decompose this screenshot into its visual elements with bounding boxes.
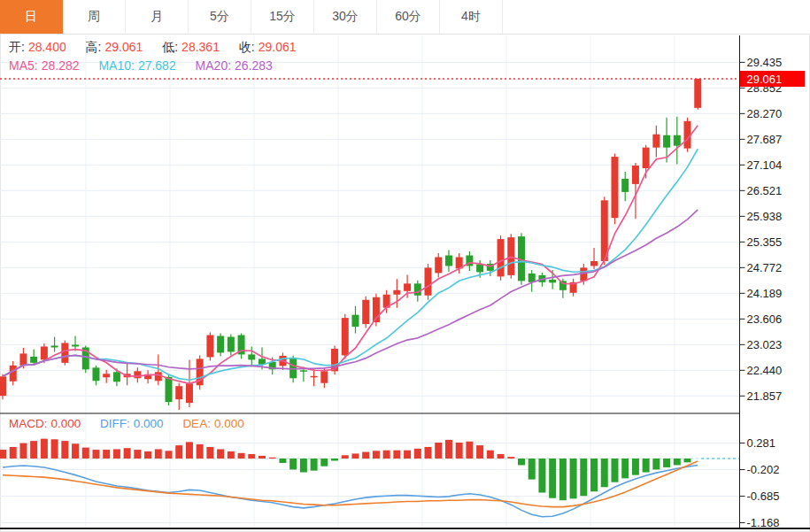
- candle-body: [175, 386, 182, 399]
- candlestick-macd-canvas: 29.43528.85228.27027.68727.10426.52125.9…: [0, 0, 810, 532]
- high-label: 高:: [86, 40, 102, 54]
- macd-bar: [570, 459, 577, 498]
- macd-bar: [684, 459, 691, 462]
- macd-bar: [279, 459, 286, 463]
- diff-value: 0.000: [134, 417, 164, 430]
- candle-body: [300, 370, 307, 371]
- macd-bar: [507, 457, 514, 459]
- candle-body: [674, 135, 681, 146]
- macd-bar: [601, 459, 608, 487]
- macd-bar: [445, 440, 452, 459]
- tab-15分[interactable]: 15分: [251, 0, 314, 34]
- candle-body: [414, 283, 421, 295]
- close-value: 29.061: [258, 40, 297, 54]
- macd-bar: [248, 454, 255, 459]
- tab-30分[interactable]: 30分: [314, 0, 377, 34]
- macd-bar: [300, 459, 307, 473]
- macd-bar: [393, 451, 400, 459]
- candle-body: [19, 353, 27, 365]
- macd-bar: [19, 443, 27, 459]
- y-axis-label: 21.857: [747, 389, 783, 403]
- macd-bar: [518, 459, 525, 465]
- macd-bar: [549, 459, 556, 498]
- macd-bar: [228, 451, 235, 459]
- candle-body: [590, 261, 598, 266]
- macd-bar: [643, 459, 650, 473]
- candle-body: [621, 179, 629, 192]
- candle-body: [155, 372, 162, 381]
- macd-bar: [238, 453, 245, 459]
- y-axis-label: 24.189: [747, 287, 783, 300]
- macd-bar: [82, 448, 89, 459]
- macd-bar: [580, 459, 587, 496]
- tab-月[interactable]: 月: [126, 0, 189, 34]
- macd-bar: [0, 450, 6, 459]
- ma20-label: MA20:: [196, 58, 231, 73]
- macd-bar: [611, 459, 618, 482]
- ma10-label: MA10:: [98, 58, 134, 73]
- macd-bar: [269, 458, 276, 459]
- candle-body: [228, 337, 235, 352]
- ma-readout: MA5:28.282 MA10:27.682 MA20:26.283: [9, 58, 276, 73]
- macd-bar: [383, 451, 390, 459]
- candle-body: [166, 377, 173, 402]
- candle-body: [41, 346, 48, 359]
- high-value: 29.061: [105, 40, 143, 54]
- y-axis-label: 26.521: [747, 184, 783, 197]
- macd-bar: [258, 456, 266, 459]
- candle-body: [10, 366, 17, 382]
- tab-60分[interactable]: 60分: [377, 0, 440, 34]
- candle-body: [30, 357, 37, 363]
- macd-bar: [311, 459, 318, 471]
- candle-body: [0, 376, 6, 396]
- candle-body: [632, 166, 639, 184]
- macd-bar: [528, 459, 536, 480]
- macd-bar: [652, 459, 660, 469]
- candle-body: [248, 354, 255, 359]
- candle-body: [217, 336, 224, 353]
- chart-area[interactable]: 29.43528.85228.27027.68727.10426.52125.9…: [0, 0, 810, 532]
- candle-body: [51, 345, 58, 347]
- last-price-flag-value: 29.061: [747, 73, 783, 86]
- macd-bar: [186, 442, 193, 459]
- candle-body: [559, 281, 567, 289]
- tab-4时[interactable]: 4时: [440, 0, 503, 34]
- candle-body: [206, 335, 213, 358]
- ohlc-readout: 开:28.400 高:29.061 低:28.361 收:29.061: [9, 40, 300, 56]
- macd-bar: [498, 454, 505, 459]
- close-label: 收:: [239, 40, 255, 54]
- candle-body: [186, 383, 193, 403]
- ma5-label: MA5:: [9, 58, 38, 73]
- macd-bar: [538, 459, 545, 493]
- macd-bar: [621, 459, 629, 478]
- candle-body: [611, 157, 618, 218]
- macd-bar: [103, 450, 110, 459]
- open-label: 开:: [9, 40, 25, 54]
- macd-bar: [175, 445, 182, 459]
- macd-readout: MACD:0.000 DIFF:0.000 DEA:0.000: [9, 417, 248, 430]
- macd-bar: [155, 449, 162, 459]
- tab-5分[interactable]: 5分: [189, 0, 251, 34]
- y-axis-label: -1.168: [747, 516, 780, 529]
- macd-bar: [414, 449, 421, 459]
- candle-body: [528, 274, 536, 282]
- tab-周[interactable]: 周: [63, 0, 126, 34]
- macd-bar: [425, 447, 432, 459]
- macd-bar: [144, 451, 151, 459]
- candle-body: [435, 257, 442, 273]
- candle-body: [103, 374, 110, 377]
- macd-bar: [435, 443, 442, 459]
- macd-bar: [476, 445, 483, 459]
- macd-bar: [30, 441, 37, 459]
- y-axis-label: 24.772: [747, 261, 783, 274]
- candle-body: [404, 283, 411, 290]
- diff-label: DIFF:: [100, 417, 130, 430]
- trading-chart-window: 日周月5分15分30分60分4时 开:28.400 高:29.061 低:28.…: [0, 0, 810, 532]
- macd-bar: [456, 443, 463, 459]
- y-axis-label: 27.104: [747, 158, 783, 172]
- ma5-value: 28.282: [42, 58, 80, 73]
- candle-body: [652, 135, 660, 148]
- tab-日[interactable]: 日: [0, 0, 63, 34]
- macd-bar: [61, 441, 68, 459]
- y-axis-label: 28.270: [747, 107, 783, 120]
